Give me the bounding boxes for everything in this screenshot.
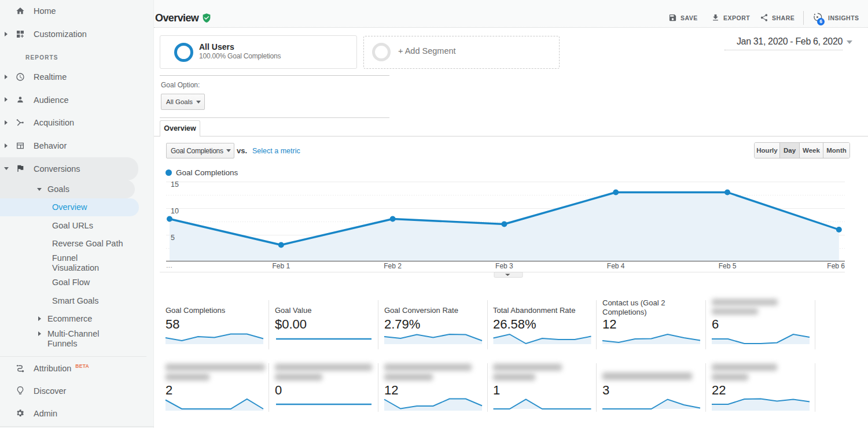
svg-text:Feb 2: Feb 2 xyxy=(384,262,402,270)
svg-text:10: 10 xyxy=(171,207,179,215)
svg-text:Feb 6: Feb 6 xyxy=(827,262,845,270)
svg-text:...: ... xyxy=(166,261,172,270)
svg-text:Feb 1: Feb 1 xyxy=(272,262,290,270)
svg-text:15: 15 xyxy=(171,180,179,189)
svg-text:Feb 3: Feb 3 xyxy=(495,262,513,270)
svg-text:Feb 5: Feb 5 xyxy=(719,262,737,270)
svg-text:5: 5 xyxy=(171,234,175,242)
svg-text:Feb 4: Feb 4 xyxy=(607,262,625,270)
